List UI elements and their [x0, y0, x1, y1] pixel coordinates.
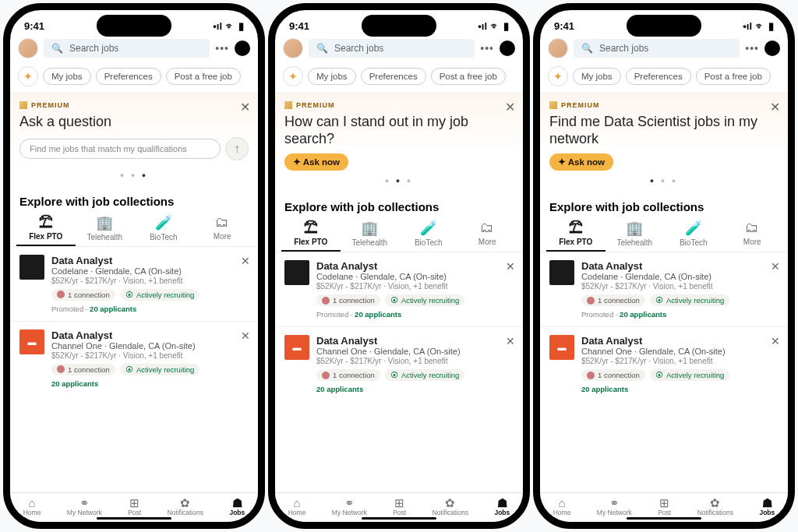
more-icon: 🗂	[458, 220, 517, 236]
collection-tab-telehealth[interactable]: 🏢 Telehealth	[341, 220, 400, 252]
chip-myjobs[interactable]: My jobs	[573, 68, 621, 85]
chip-myjobs[interactable]: My jobs	[308, 68, 356, 85]
nav-post[interactable]: ⊞ Post	[128, 497, 141, 516]
close-icon[interactable]: ✕	[770, 100, 780, 115]
dismiss-job-icon[interactable]: ✕	[771, 260, 780, 273]
telehealth-icon: 🏢	[341, 220, 400, 237]
job-company-location: Channel One · Glendale, CA (On-site)	[316, 347, 514, 356]
send-button[interactable]: ↑	[225, 137, 249, 160]
collection-tabs: ⛱ Flex PTO 🏢 Telehealth 🧪 BioTech 🗂 More	[275, 218, 523, 252]
collection-tab-more[interactable]: 🗂 More	[193, 214, 252, 246]
ask-now-button[interactable]: ✦ Ask now	[284, 153, 348, 171]
avatar[interactable]	[283, 38, 303, 58]
nav-post[interactable]: ⊞ Post	[658, 497, 671, 516]
nav-label: Home	[23, 509, 41, 516]
premium-card: PREMIUM ✕ Find me Data Scientist jobs in…	[540, 93, 788, 192]
collection-tab-more[interactable]: 🗂 More	[458, 220, 517, 252]
chip-post-job[interactable]: Post a free job	[431, 68, 506, 85]
nav-jobs[interactable]: ☗ Jobs	[759, 497, 775, 516]
nav-my network[interactable]: ⚭ My Network	[597, 497, 632, 516]
job-card[interactable]: Data Analyst Codelane · Glendale, CA (On…	[275, 252, 523, 326]
messaging-icon[interactable]	[764, 41, 780, 56]
nav-label: Notifications	[433, 509, 468, 516]
nav-jobs[interactable]: ☗ Jobs	[494, 497, 510, 516]
collection-tab-telehealth[interactable]: 🏢 Telehealth	[606, 220, 665, 252]
nav-home[interactable]: ⌂ Home	[288, 497, 306, 516]
search-icon: 🔍	[581, 43, 593, 54]
collection-tab-biotech[interactable]: 🧪 BioTech	[399, 220, 458, 252]
nav-notifications[interactable]: ✿ Notifications	[168, 497, 203, 516]
filter-chips: ✦ My jobs Preferences Post a free job	[540, 63, 788, 93]
nav-jobs[interactable]: ☗ Jobs	[229, 497, 245, 516]
job-salary-benefits: $52K/yr - $217K/yr · Vision, +1 benefit	[51, 351, 249, 360]
chip-post-job[interactable]: Post a free job	[166, 68, 241, 85]
avatar[interactable]	[18, 38, 38, 58]
collection-label: More	[214, 232, 231, 241]
nav-notifications[interactable]: ✿ Notifications	[697, 497, 733, 516]
dismiss-job-icon[interactable]: ✕	[771, 335, 780, 347]
chip-preferences[interactable]: Preferences	[626, 68, 691, 85]
my network-icon: ⚭	[597, 497, 632, 509]
dismiss-job-icon[interactable]: ✕	[506, 335, 515, 347]
avatar[interactable]	[548, 38, 568, 58]
chip-myjobs[interactable]: My jobs	[43, 68, 91, 85]
collection-tab-biotech[interactable]: 🧪 BioTech	[134, 214, 193, 246]
signal-icon: •ıl	[478, 20, 487, 32]
collection-tab-telehealth[interactable]: 🏢 Telehealth	[76, 214, 135, 246]
search-input[interactable]: 🔍 Search jobs	[574, 39, 740, 58]
more-button[interactable]: •••	[480, 42, 494, 55]
job-card[interactable]: Data Analyst Codelane · Glendale, CA (On…	[540, 252, 788, 326]
more-button[interactable]: •••	[745, 42, 759, 55]
collection-label: Telehealth	[616, 238, 652, 247]
nav-post[interactable]: ⊞ Post	[393, 497, 406, 516]
chip-post-job[interactable]: Post a free job	[696, 68, 771, 85]
status-time: 9:41	[24, 20, 44, 32]
connection-badge: 1 connection	[51, 289, 115, 301]
job-company-location: Channel One · Glendale, CA (On-site)	[51, 341, 249, 351]
messaging-icon[interactable]	[235, 41, 250, 56]
collection-label: BioTech	[680, 238, 708, 247]
more-button[interactable]: •••	[215, 42, 229, 55]
collection-tab-biotech[interactable]: 🧪 BioTech	[664, 220, 723, 252]
card-title: Find me Data Scientist jobs in my networ…	[549, 114, 779, 147]
search-input[interactable]: 🔍 Search jobs	[309, 39, 475, 58]
nav-my network[interactable]: ⚭ My Network	[67, 497, 102, 516]
company-logo: ▬	[19, 329, 44, 354]
carousel-dots[interactable]: ● ● ●	[19, 165, 249, 181]
job-card[interactable]: ▬ Data Analyst Channel One · Glendale, C…	[10, 321, 258, 396]
collection-tab-flex pto[interactable]: ⛱ Flex PTO	[16, 214, 76, 246]
premium-star-icon[interactable]: ✦	[18, 66, 38, 86]
collection-label: Flex PTO	[29, 232, 62, 241]
nav-home[interactable]: ⌂ Home	[553, 497, 571, 516]
premium-star-icon[interactable]: ✦	[283, 66, 303, 86]
premium-star-icon[interactable]: ✦	[548, 66, 568, 86]
job-card[interactable]: ▬ Data Analyst Channel One · Glendale, C…	[540, 326, 788, 401]
nav-label: Jobs	[494, 509, 510, 516]
job-card[interactable]: ▬ Data Analyst Channel One · Glendale, C…	[275, 326, 523, 401]
dismiss-job-icon[interactable]: ✕	[241, 255, 250, 267]
chip-preferences[interactable]: Preferences	[361, 68, 426, 85]
more-icon: 🗂	[193, 214, 252, 231]
job-card[interactable]: Data Analyst Codelane · Glendale, CA (On…	[10, 246, 258, 321]
top-bar: 🔍 Search jobs •••	[10, 35, 258, 63]
nav-my network[interactable]: ⚭ My Network	[332, 497, 367, 516]
collection-tab-flex pto[interactable]: ⛱ Flex PTO	[546, 220, 606, 252]
collection-tab-flex pto[interactable]: ⛱ Flex PTO	[281, 220, 341, 252]
dismiss-job-icon[interactable]: ✕	[241, 329, 250, 342]
close-icon[interactable]: ✕	[505, 100, 515, 115]
ask-input[interactable]: Find me jobs that match my qualification…	[19, 139, 221, 159]
carousel-dots[interactable]: ● ● ●	[284, 171, 514, 186]
search-input[interactable]: 🔍 Search jobs	[44, 39, 210, 58]
company-logo	[19, 255, 44, 280]
search-placeholder: Search jobs	[599, 43, 648, 54]
nav-notifications[interactable]: ✿ Notifications	[433, 497, 468, 516]
biotech-icon: 🧪	[664, 220, 723, 237]
carousel-dots[interactable]: ● ● ●	[549, 171, 779, 186]
dismiss-job-icon[interactable]: ✕	[506, 260, 515, 273]
ask-now-button[interactable]: ✦ Ask now	[549, 153, 613, 171]
messaging-icon[interactable]	[500, 41, 515, 56]
nav-home[interactable]: ⌂ Home	[23, 497, 41, 516]
close-icon[interactable]: ✕	[240, 100, 250, 115]
chip-preferences[interactable]: Preferences	[96, 68, 161, 85]
collection-tab-more[interactable]: 🗂 More	[723, 220, 782, 252]
